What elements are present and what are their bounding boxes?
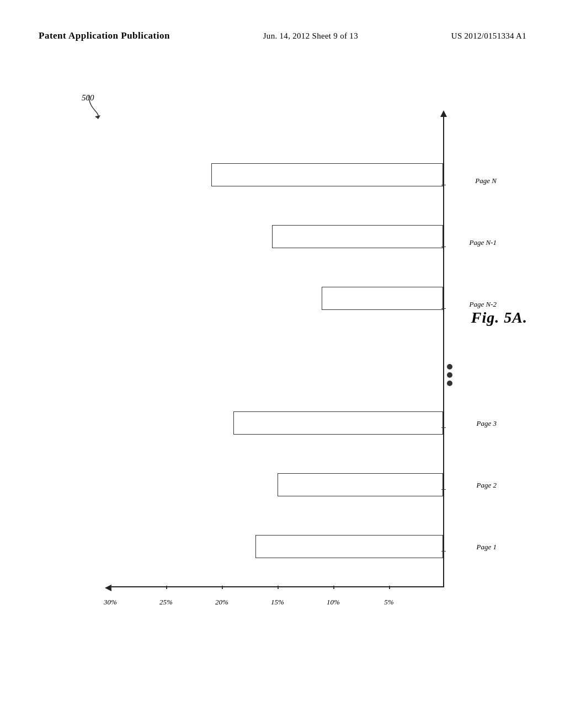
page-header: Patent Application Publication Jun. 14, … — [0, 30, 565, 41]
tick-page2 — [441, 489, 446, 490]
tick-10pct — [333, 586, 334, 589]
tick-25pct — [166, 586, 167, 589]
bar-page2 — [278, 473, 443, 496]
label-page3: Page 3 — [477, 419, 497, 428]
xlabel-25pct: 25% — [159, 598, 173, 607]
y-axis-arrow — [440, 110, 447, 117]
svg-marker-0 — [95, 115, 100, 119]
label-page1: Page 1 — [477, 543, 497, 552]
label-pageN: Page N — [475, 176, 497, 185]
xlabel-5pct: 5% — [384, 598, 393, 607]
tick-page3 — [441, 427, 446, 429]
publication-label: Patent Application Publication — [39, 30, 170, 41]
chart-inner: Page 1 Page 2 Page 3 Page N-2 Page N-1 P… — [110, 116, 497, 623]
label-pageN2: Page N-2 — [470, 300, 497, 309]
label-pageN1: Page N-1 — [470, 238, 497, 247]
reference-arrow — [86, 93, 108, 120]
bar-page3 — [233, 411, 443, 435]
xlabel-10pct: 10% — [327, 598, 340, 607]
tick-15pct — [278, 586, 279, 589]
tick-20pct — [222, 586, 223, 589]
label-page2: Page 2 — [477, 481, 497, 490]
bar-page1 — [255, 535, 443, 558]
tick-pageN2 — [441, 308, 446, 309]
xlabel-20pct: 20% — [215, 598, 228, 607]
date-sheet-label: Jun. 14, 2012 Sheet 9 of 13 — [263, 31, 358, 41]
xlabel-15pct: 15% — [271, 598, 284, 607]
tick-5pct — [389, 586, 390, 589]
chart-container: Page 1 Page 2 Page 3 Page N-2 Page N-1 P… — [110, 116, 497, 623]
tick-pageN1 — [441, 247, 446, 248]
tick-30pct — [110, 586, 111, 589]
patent-number-label: US 2012/0151334 A1 — [451, 31, 526, 41]
y-axis — [443, 116, 444, 587]
xlabel-30pct: 30% — [104, 598, 117, 607]
tick-pageN — [441, 185, 446, 186]
bar-pageN2 — [322, 287, 443, 310]
tick-page1 — [441, 551, 446, 552]
bar-pageN1 — [272, 225, 443, 248]
reference-number-500: 500 — [82, 93, 94, 103]
ellipsis-dots — [447, 364, 452, 386]
bar-pageN — [211, 163, 443, 186]
